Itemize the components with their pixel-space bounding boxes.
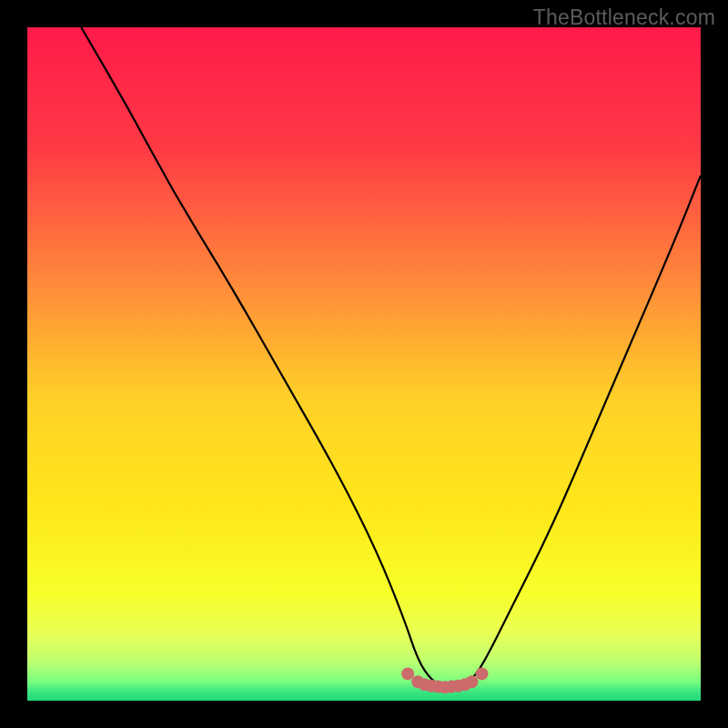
bottleneck-curve (81, 27, 701, 687)
highlight-dot (476, 667, 489, 680)
watermark-label: TheBottleneck.com (533, 5, 715, 30)
chart-svg (27, 27, 701, 701)
plot-area (27, 27, 701, 701)
chart-frame: TheBottleneck.com (0, 0, 728, 728)
highlight-dot (465, 675, 478, 688)
highlight-dot (401, 667, 414, 680)
